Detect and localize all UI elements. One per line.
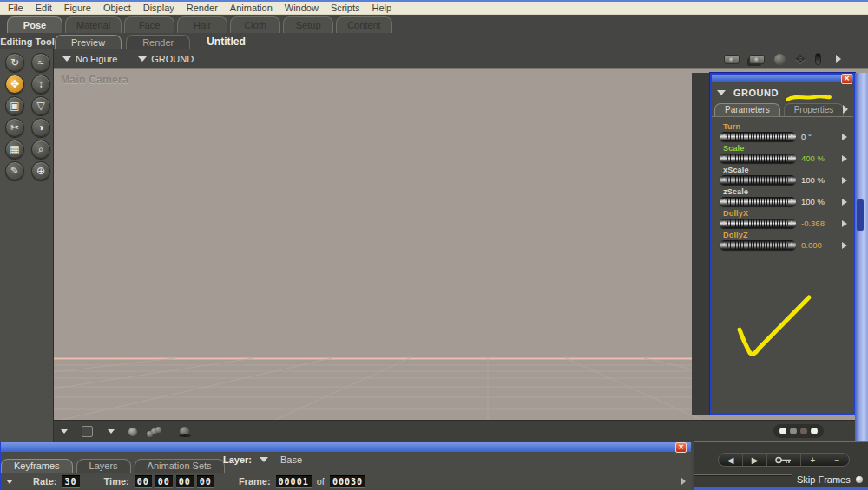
- document-style-arrow-icon[interactable]: [61, 429, 68, 434]
- tool-translate-in-out-button[interactable]: ↕: [31, 75, 50, 94]
- param-value: 400 %: [801, 154, 825, 163]
- parameter-page-dots: [773, 424, 824, 438]
- menu-animation[interactable]: Animation: [226, 2, 277, 14]
- param-value: 0 °: [801, 132, 812, 141]
- param-menu-arrow-icon[interactable]: [842, 242, 847, 249]
- camera-icon[interactable]: [724, 55, 740, 64]
- tab-render-view[interactable]: Render: [126, 35, 190, 49]
- param-dial[interactable]: [720, 219, 796, 228]
- tab-material[interactable]: Material: [65, 16, 122, 33]
- time-minutes[interactable]: 00: [155, 475, 173, 488]
- ground-shadow-icon[interactable]: [179, 427, 191, 437]
- param-dial[interactable]: [720, 154, 796, 163]
- param-value: -0.368: [801, 219, 825, 228]
- tab-preview[interactable]: Preview: [55, 35, 122, 49]
- time-frames[interactable]: 00: [197, 475, 214, 488]
- tool-grouping-button[interactable]: ▦: [5, 140, 24, 159]
- tab-content[interactable]: Content: [336, 16, 392, 33]
- trackball-icon[interactable]: [774, 54, 786, 65]
- tool-direct-manipulation-button[interactable]: ⊕: [31, 161, 50, 180]
- move-cross-icon[interactable]: ✥: [795, 54, 806, 65]
- camera-pan-icon[interactable]: [749, 55, 765, 64]
- hand-icon[interactable]: [815, 53, 821, 65]
- edit-keyframes-button[interactable]: [767, 454, 801, 466]
- param-menu-arrow-icon[interactable]: [842, 220, 847, 227]
- param-row-zscale: zScale 100 %: [718, 187, 849, 206]
- param-menu-arrow-icon[interactable]: [842, 134, 847, 140]
- menu-file[interactable]: File: [3, 2, 28, 14]
- tool-morphing-button[interactable]: ✎: [5, 161, 24, 180]
- menu-help[interactable]: Help: [368, 2, 397, 14]
- page-dot[interactable]: [800, 428, 807, 434]
- delete-keyframe-button[interactable]: −: [825, 454, 849, 466]
- param-menu-arrow-icon[interactable]: [842, 199, 847, 206]
- tool-taper-button[interactable]: ▽: [31, 96, 50, 115]
- menu-display[interactable]: Display: [139, 2, 179, 14]
- param-dial[interactable]: [720, 240, 796, 250]
- smooth-shaded-icon[interactable]: [128, 428, 137, 436]
- tool-rotate-button[interactable]: ↻: [5, 53, 24, 72]
- tab-face[interactable]: Face: [124, 16, 174, 33]
- tab-animation-sets[interactable]: Animation Sets: [135, 459, 225, 473]
- param-dial[interactable]: [720, 132, 796, 141]
- background-swatch[interactable]: [82, 426, 93, 437]
- param-menu-arrow-icon[interactable]: [842, 155, 847, 162]
- menu-window[interactable]: Window: [280, 2, 323, 14]
- actor-selector[interactable]: GROUND: [138, 54, 194, 64]
- tab-layers[interactable]: Layers: [76, 459, 131, 473]
- param-label: Scale: [723, 144, 849, 153]
- frame-total[interactable]: 00030: [330, 475, 365, 488]
- figure-selector[interactable]: No Figure: [62, 54, 117, 64]
- param-dial[interactable]: [720, 175, 796, 185]
- tab-properties[interactable]: Properties: [784, 103, 845, 116]
- menu-edit[interactable]: Edit: [31, 2, 56, 14]
- room-tab-bar: Pose Material Face Hair Cloth Setup Cont…: [0, 15, 868, 33]
- layer-selector[interactable]: Layer: Base: [223, 454, 302, 465]
- poser-app-window: File Edit Figure Object Display Render A…: [0, 0, 868, 490]
- page-dot[interactable]: [811, 428, 818, 434]
- expand-timeline-arrow-icon[interactable]: [681, 477, 686, 486]
- scrollbar-thumb[interactable]: [857, 199, 864, 231]
- menu-scripts[interactable]: Scripts: [326, 2, 365, 14]
- tool-translate-pull-button[interactable]: ✥: [5, 75, 24, 94]
- palette-title-bar[interactable]: ✕: [712, 75, 853, 82]
- next-keyframe-button[interactable]: ▶: [743, 454, 767, 466]
- expand-arrow-icon[interactable]: [836, 55, 841, 63]
- param-value: 100 %: [801, 175, 825, 185]
- parameters-palette-window: ✕ GROUND Parameters Properties Turn 0 °: [710, 73, 855, 415]
- tab-hair[interactable]: Hair: [177, 16, 227, 33]
- time-seconds[interactable]: 00: [176, 475, 194, 488]
- tool-color-button[interactable]: ◑: [31, 118, 50, 137]
- skip-frames-toggle[interactable]: [856, 476, 863, 483]
- depth-cued-icon[interactable]: [147, 427, 162, 437]
- tab-pose[interactable]: Pose: [7, 16, 62, 33]
- param-dial[interactable]: [720, 197, 796, 206]
- frame-current[interactable]: 00001: [276, 475, 312, 488]
- menu-render[interactable]: Render: [182, 2, 222, 14]
- layer-dropdown-arrow-icon: [260, 457, 268, 462]
- tool-twist-button[interactable]: ≈: [31, 53, 50, 72]
- add-keyframe-button[interactable]: +: [801, 454, 825, 466]
- tool-chain-break-button[interactable]: ✂: [5, 118, 24, 137]
- dropdown-arrow-icon: [138, 56, 147, 62]
- tool-scale-button[interactable]: ▣: [5, 96, 24, 115]
- tab-keyframes[interactable]: Keyframes: [1, 459, 73, 473]
- collapse-arrow-icon[interactable]: [6, 480, 13, 484]
- animation-title-bar[interactable]: ✕: [1, 442, 691, 452]
- rate-value[interactable]: 30: [62, 475, 80, 488]
- tab-parameters[interactable]: Parameters: [714, 103, 780, 116]
- page-dot[interactable]: [779, 428, 786, 434]
- param-menu-arrow-icon[interactable]: [842, 177, 847, 184]
- param-label: DollyZ: [723, 231, 849, 239]
- tab-cloth[interactable]: Cloth: [230, 16, 280, 33]
- page-dot[interactable]: [790, 428, 797, 434]
- menu-object[interactable]: Object: [99, 2, 135, 14]
- actor-menu-arrow-icon[interactable]: [717, 90, 726, 95]
- tool-view-magnifier-button[interactable]: ⌕: [31, 140, 50, 159]
- time-hours[interactable]: 00: [135, 475, 152, 488]
- tab-scroll-arrow-icon[interactable]: [843, 105, 848, 114]
- previous-keyframe-button[interactable]: ◀: [719, 454, 743, 466]
- figure-style-arrow-icon[interactable]: [108, 429, 115, 434]
- tab-setup[interactable]: Setup: [283, 16, 333, 33]
- menu-figure[interactable]: Figure: [60, 2, 95, 14]
